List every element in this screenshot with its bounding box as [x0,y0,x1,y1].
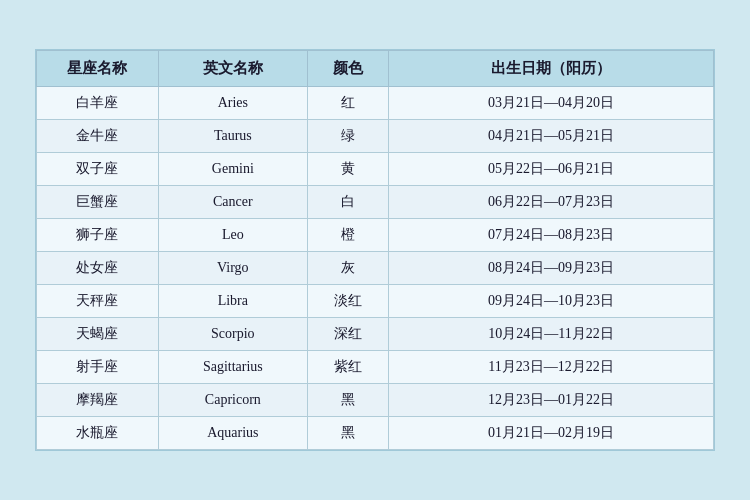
cell-date: 10月24日—11月22日 [389,318,714,351]
cell-english: Aries [158,87,307,120]
cell-color: 淡红 [307,285,388,318]
cell-chinese: 天蝎座 [37,318,159,351]
cell-chinese: 天秤座 [37,285,159,318]
cell-date: 08月24日—09月23日 [389,252,714,285]
cell-chinese: 水瓶座 [37,417,159,450]
table-row: 巨蟹座Cancer白06月22日—07月23日 [37,186,714,219]
cell-chinese: 金牛座 [37,120,159,153]
cell-chinese: 巨蟹座 [37,186,159,219]
cell-date: 01月21日—02月19日 [389,417,714,450]
cell-english: Scorpio [158,318,307,351]
cell-color: 灰 [307,252,388,285]
cell-date: 06月22日—07月23日 [389,186,714,219]
cell-color: 黄 [307,153,388,186]
cell-date: 11月23日—12月22日 [389,351,714,384]
cell-chinese: 白羊座 [37,87,159,120]
header-color: 颜色 [307,51,388,87]
table-header-row: 星座名称 英文名称 颜色 出生日期（阳历） [37,51,714,87]
table-body: 白羊座Aries红03月21日—04月20日金牛座Taurus绿04月21日—0… [37,87,714,450]
zodiac-table-container: 星座名称 英文名称 颜色 出生日期（阳历） 白羊座Aries红03月21日—04… [35,49,715,451]
table-row: 摩羯座Capricorn黑12月23日—01月22日 [37,384,714,417]
table-row: 处女座Virgo灰08月24日—09月23日 [37,252,714,285]
cell-date: 05月22日—06月21日 [389,153,714,186]
cell-date: 09月24日—10月23日 [389,285,714,318]
header-chinese: 星座名称 [37,51,159,87]
cell-chinese: 处女座 [37,252,159,285]
cell-color: 橙 [307,219,388,252]
table-row: 射手座Sagittarius紫红11月23日—12月22日 [37,351,714,384]
table-row: 水瓶座Aquarius黑01月21日—02月19日 [37,417,714,450]
cell-date: 12月23日—01月22日 [389,384,714,417]
cell-color: 红 [307,87,388,120]
table-row: 天秤座Libra淡红09月24日—10月23日 [37,285,714,318]
cell-chinese: 双子座 [37,153,159,186]
cell-chinese: 狮子座 [37,219,159,252]
cell-english: Aquarius [158,417,307,450]
cell-date: 04月21日—05月21日 [389,120,714,153]
cell-english: Cancer [158,186,307,219]
cell-english: Taurus [158,120,307,153]
table-row: 双子座Gemini黄05月22日—06月21日 [37,153,714,186]
cell-chinese: 摩羯座 [37,384,159,417]
cell-color: 紫红 [307,351,388,384]
header-date: 出生日期（阳历） [389,51,714,87]
cell-color: 深红 [307,318,388,351]
table-row: 狮子座Leo橙07月24日—08月23日 [37,219,714,252]
cell-date: 03月21日—04月20日 [389,87,714,120]
cell-english: Capricorn [158,384,307,417]
cell-english: Libra [158,285,307,318]
table-row: 白羊座Aries红03月21日—04月20日 [37,87,714,120]
cell-color: 白 [307,186,388,219]
cell-english: Sagittarius [158,351,307,384]
cell-color: 黑 [307,384,388,417]
cell-english: Gemini [158,153,307,186]
cell-english: Virgo [158,252,307,285]
table-row: 天蝎座Scorpio深红10月24日—11月22日 [37,318,714,351]
header-english: 英文名称 [158,51,307,87]
cell-color: 黑 [307,417,388,450]
cell-color: 绿 [307,120,388,153]
table-row: 金牛座Taurus绿04月21日—05月21日 [37,120,714,153]
zodiac-table: 星座名称 英文名称 颜色 出生日期（阳历） 白羊座Aries红03月21日—04… [36,50,714,450]
cell-chinese: 射手座 [37,351,159,384]
cell-date: 07月24日—08月23日 [389,219,714,252]
cell-english: Leo [158,219,307,252]
